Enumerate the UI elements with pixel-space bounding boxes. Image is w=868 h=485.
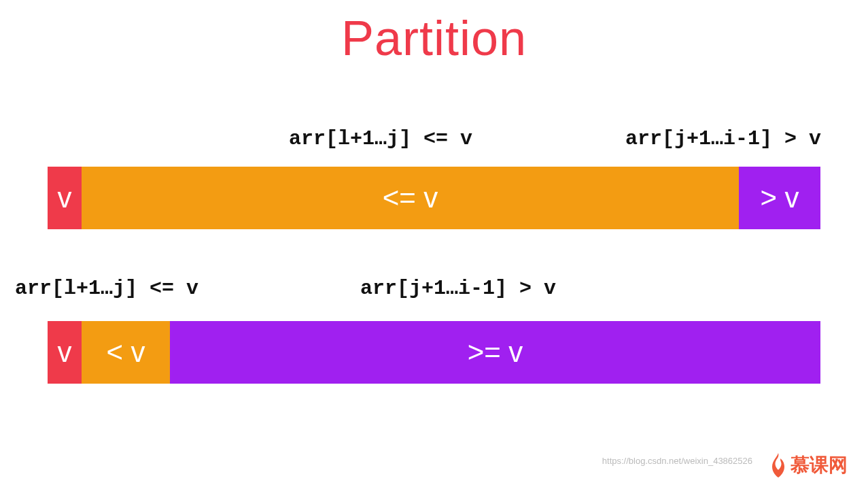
row1-bar: v<= v> v bbox=[48, 167, 820, 229]
watermark-text: 慕课网 bbox=[791, 452, 848, 478]
row1-labels: arr[l+1…j] <= v arr[j+1…i-1] > v bbox=[0, 127, 868, 154]
bar2-seg-2: >= v bbox=[170, 321, 820, 384]
row2-label-right: arr[j+1…i-1] > v bbox=[360, 277, 556, 300]
bar2-seg-1: < v bbox=[82, 321, 170, 384]
row2-bar: v< v>= v bbox=[48, 321, 820, 384]
bar1-seg-0: v bbox=[48, 167, 82, 229]
bar1-seg-1: <= v bbox=[82, 167, 739, 229]
row2-labels: arr[l+1…j] <= v arr[j+1…i-1] > v bbox=[0, 277, 868, 304]
diagram-title: Partition bbox=[0, 10, 868, 66]
bar1-seg-2: > v bbox=[739, 167, 820, 229]
watermark-url: https://blog.csdn.net/weixin_43862526 bbox=[602, 456, 752, 466]
flame-icon bbox=[769, 453, 788, 478]
row1-label-left: arr[l+1…j] <= v bbox=[289, 127, 472, 150]
row1-label-right: arr[j+1…i-1] > v bbox=[625, 127, 821, 150]
watermark-brand: 慕课网 bbox=[769, 452, 848, 478]
row2-label-left: arr[l+1…j] <= v bbox=[15, 277, 198, 300]
bar2-seg-0: v bbox=[48, 321, 82, 384]
